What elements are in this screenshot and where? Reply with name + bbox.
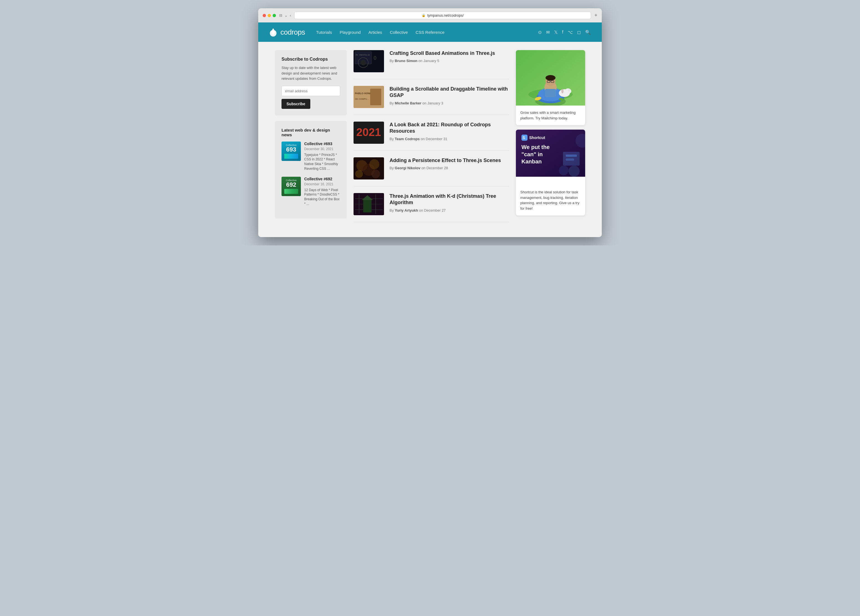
site-header: codrops Tutorials Playground Articles Co… bbox=[258, 22, 602, 42]
collective-692-title[interactable]: Collective #692 bbox=[304, 177, 340, 181]
article-3-info: A Look Back at 2021: Roundup of Codrops … bbox=[389, 122, 509, 144]
svg-point-44 bbox=[568, 89, 570, 91]
svg-rect-12 bbox=[370, 89, 381, 105]
collective-thumb-image: Collective 693 bbox=[281, 141, 301, 161]
collective-692-desc: 12 Days of Web * Pixel Patterns * Doodle… bbox=[304, 188, 340, 206]
traffic-lights bbox=[263, 14, 276, 17]
article-2-thumb[interactable]: PABLO HONEY OK COMPU... bbox=[353, 86, 384, 108]
collective-693-title[interactable]: Collective #693 bbox=[304, 141, 340, 146]
logo-icon bbox=[269, 28, 277, 36]
logo-link[interactable]: codrops bbox=[269, 28, 305, 36]
article-5-meta: By Yuriy Artyukh on December 27 bbox=[389, 208, 509, 212]
collective-692-thumb[interactable]: Collective 692 bbox=[281, 177, 301, 196]
article-thumb-svg: MY PORTFOLIO 0 bbox=[353, 50, 384, 72]
article-1-author: Bruno Simon bbox=[395, 59, 417, 63]
svg-point-38 bbox=[546, 75, 556, 81]
collective-693-date: December 30, 2021 bbox=[304, 147, 340, 151]
logo-text: codrops bbox=[280, 28, 305, 36]
collective-label: Collective bbox=[286, 179, 297, 182]
lock-icon: 🔒 bbox=[422, 14, 425, 17]
twitter-icon[interactable]: 𝕏 bbox=[554, 30, 558, 35]
collective-label: Collective bbox=[286, 144, 297, 147]
rss-icon[interactable]: ⊙ bbox=[538, 30, 541, 35]
article-1-thumb[interactable]: MY PORTFOLIO 0 bbox=[353, 50, 384, 72]
article-4-info: Adding a Persistence Effect to Three.js … bbox=[389, 157, 501, 179]
nav-articles[interactable]: Articles bbox=[369, 30, 382, 34]
collective-693-thumb[interactable]: Collective 693 bbox=[281, 141, 301, 161]
fullscreen-button[interactable] bbox=[273, 14, 276, 17]
svg-text:MY PORTFOLIO: MY PORTFOLIO bbox=[356, 54, 370, 56]
article-2-author: Michelle Barker bbox=[395, 101, 421, 105]
main-nav: Tutorials Playground Articles Collective… bbox=[316, 30, 538, 34]
article-1-date-prefix: on bbox=[418, 59, 423, 63]
minimize-button[interactable] bbox=[268, 14, 271, 17]
article-1-title[interactable]: Crafting Scroll Based Animations in Thre… bbox=[389, 50, 495, 56]
table-row: Three.js Animation with K-d (Christmas) … bbox=[353, 193, 509, 222]
search-icon[interactable]: 🔍 bbox=[585, 30, 591, 35]
svg-text:Kanban: Kanban bbox=[521, 158, 541, 165]
shortcut-ad: S Shortcut We put the "can" in Kanban bbox=[516, 130, 585, 215]
mailchimp-ad-text: Grow sales with a smart marketing platfo… bbox=[516, 105, 585, 125]
svg-rect-60 bbox=[559, 166, 568, 176]
collective-693-desc: Typejuice * PrinceJS * CSS in 2022 * Rea… bbox=[304, 153, 340, 171]
article-3-thumb[interactable]: 2021 bbox=[353, 122, 384, 144]
shortcut-ad-text: Shortcut is the ideal solution for task … bbox=[516, 185, 585, 215]
article-5-info: Three.js Animation with K-d (Christmas) … bbox=[389, 193, 509, 215]
svg-text:"can" in: "can" in bbox=[521, 151, 543, 157]
collective-692-info: Collective #692 December 16, 2021 12 Day… bbox=[304, 177, 340, 206]
table-row: MY PORTFOLIO 0 Crafting Scroll Based Ani… bbox=[353, 50, 509, 79]
article-4-date: December 28 bbox=[427, 166, 448, 170]
facebook-icon[interactable]: f bbox=[562, 30, 563, 34]
email-input[interactable] bbox=[281, 86, 340, 96]
instagram-icon[interactable]: ◻ bbox=[577, 30, 581, 35]
article-2-title[interactable]: Building a Scrollable and Draggable Time… bbox=[389, 86, 509, 99]
svg-text:Shortcut: Shortcut bbox=[529, 135, 545, 140]
table-row: PABLO HONEY OK COMPU... Building a Scrol… bbox=[353, 86, 509, 115]
article-thumb-svg: PABLO HONEY OK COMPU... bbox=[353, 86, 384, 108]
shortcut-ad-svg: S Shortcut We put the "can" in Kanban bbox=[516, 130, 585, 177]
nav-playground[interactable]: Playground bbox=[340, 30, 361, 34]
nav-css-reference[interactable]: CSS Reference bbox=[416, 30, 444, 34]
collective-thumb-image: Collective 692 bbox=[281, 177, 301, 196]
list-item: Collective 692 Collective #692 December … bbox=[281, 177, 340, 206]
article-5-thumb[interactable] bbox=[353, 193, 384, 215]
close-button[interactable] bbox=[263, 14, 266, 17]
list-item: Collective 693 Collective #693 December … bbox=[281, 141, 340, 171]
mailchimp-ad: Grow sales with a smart marketing platfo… bbox=[516, 50, 585, 125]
article-3-date: December 31 bbox=[426, 137, 447, 141]
article-3-title[interactable]: A Look Back at 2021: Roundup of Codrops … bbox=[389, 122, 509, 135]
address-bar[interactable]: 🔒 tympanus.net/codrops/ bbox=[294, 12, 591, 19]
article-thumb-svg bbox=[353, 157, 384, 179]
subscribe-button[interactable]: Subscribe bbox=[281, 99, 310, 109]
chevron-down-icon[interactable]: ⌄ bbox=[284, 13, 287, 17]
browser-window: ⊟ ⌄ ‹ 🔒 tympanus.net/codrops/ + bbox=[258, 8, 602, 237]
svg-point-6 bbox=[361, 60, 366, 65]
github-icon[interactable]: ⌥ bbox=[568, 30, 573, 35]
collective-693-info: Collective #693 December 30, 2021 Typeju… bbox=[304, 141, 340, 171]
back-icon[interactable]: ‹ bbox=[290, 13, 291, 17]
svg-rect-29 bbox=[363, 200, 372, 212]
article-5-date: December 27 bbox=[424, 208, 446, 212]
new-tab-button[interactable]: + bbox=[594, 13, 597, 18]
shortcut-ad-image[interactable]: S Shortcut We put the "can" in Kanban bbox=[516, 130, 585, 185]
svg-rect-57 bbox=[566, 158, 574, 161]
left-sidebar: Subscribe to Codrops Stay up to date wit… bbox=[275, 50, 347, 229]
article-5-title[interactable]: Three.js Animation with K-d (Christmas) … bbox=[389, 193, 509, 206]
svg-text:2021: 2021 bbox=[356, 126, 381, 138]
article-4-thumb[interactable] bbox=[353, 157, 384, 179]
subscribe-box: Subscribe to Codrops Stay up to date wit… bbox=[275, 50, 347, 116]
article-thumb-svg bbox=[353, 193, 384, 215]
article-4-title[interactable]: Adding a Persistence Effect to Three.js … bbox=[389, 157, 501, 164]
nav-tutorials[interactable]: Tutorials bbox=[316, 30, 332, 34]
nav-collective[interactable]: Collective bbox=[390, 30, 408, 34]
article-4-meta: By Georgi Nikolov on December 28 bbox=[389, 166, 501, 170]
sidebar-toggle-icon[interactable]: ⊟ bbox=[279, 13, 282, 17]
email-icon[interactable]: ✉ bbox=[546, 30, 550, 35]
collective-692-date: December 16, 2021 bbox=[304, 182, 340, 186]
svg-text:S: S bbox=[523, 135, 525, 140]
right-sidebar: Grow sales with a smart marketing platfo… bbox=[516, 50, 585, 229]
main-articles: MY PORTFOLIO 0 Crafting Scroll Based Ani… bbox=[353, 50, 509, 229]
svg-point-20 bbox=[371, 169, 380, 179]
mailchimp-ad-image[interactable] bbox=[516, 50, 585, 105]
news-title: Latest web dev & design news bbox=[281, 128, 340, 137]
